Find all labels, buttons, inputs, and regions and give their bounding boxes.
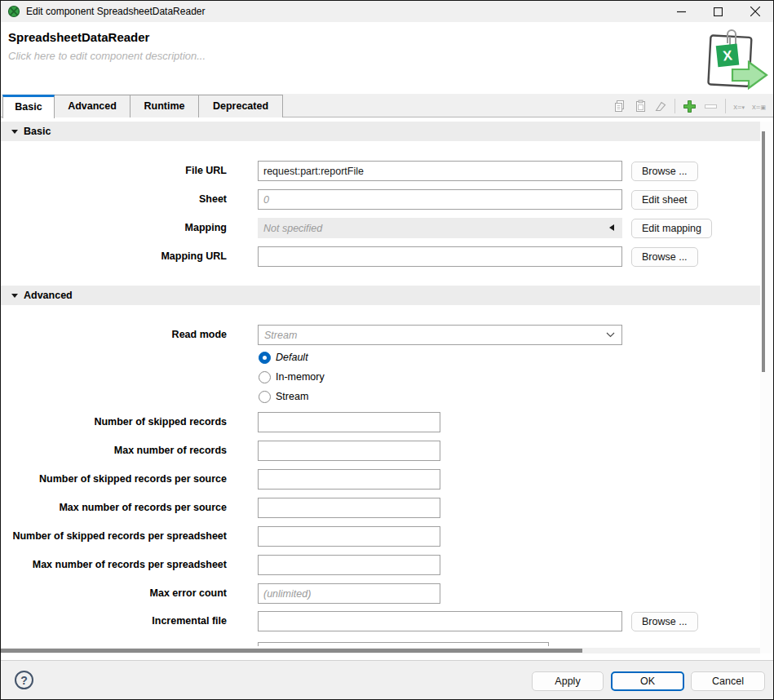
- toolbar-separator: [674, 99, 675, 113]
- eraser-icon[interactable]: [654, 100, 667, 113]
- file-url-browse-button[interactable]: Browse ...: [631, 162, 698, 181]
- skipped-per-source-input[interactable]: [258, 469, 440, 490]
- mapping-placeholder: Not specified: [258, 223, 322, 234]
- section-advanced-title: Advanced: [24, 290, 73, 301]
- window-title: Edit component SpreadsheetDataReader: [26, 1, 205, 22]
- mapping-url-browse-button[interactable]: Browse ...: [631, 247, 698, 267]
- apply-button[interactable]: Apply: [532, 671, 604, 691]
- add-icon[interactable]: [683, 100, 697, 113]
- read-mode-option-in-memory[interactable]: In-memory: [259, 370, 325, 383]
- chevron-down-icon: [606, 332, 615, 338]
- remove-icon[interactable]: [704, 100, 718, 113]
- tab-runtime[interactable]: Runtime: [130, 95, 199, 117]
- help-button[interactable]: ?: [15, 671, 33, 689]
- minimize-icon: [677, 7, 686, 16]
- skipped-per-spreadsheet-input[interactable]: [258, 526, 440, 547]
- assign-value-icon[interactable]: x=▾: [733, 102, 745, 111]
- sheet-input[interactable]: [258, 189, 622, 210]
- tab-advanced-label: Advanced: [68, 100, 117, 112]
- edit-mapping-button[interactable]: Edit mapping: [631, 219, 712, 238]
- horizontal-scrollbar-thumb[interactable]: [1, 649, 582, 653]
- radio-default-label: Default: [276, 352, 308, 363]
- section-basic-title: Basic: [24, 126, 51, 137]
- mapping-url-input[interactable]: [258, 246, 622, 267]
- section-advanced-header[interactable]: Advanced: [1, 286, 760, 305]
- skipped-per-spreadsheet-label: Number of skipped records per spreadshee…: [1, 526, 227, 547]
- close-button[interactable]: [736, 1, 773, 22]
- cancel-button[interactable]: Cancel: [691, 671, 765, 691]
- radio-default[interactable]: [259, 352, 271, 364]
- max-records-label: Max number of records: [1, 441, 227, 461]
- read-mode-value: Stream: [259, 330, 606, 341]
- section-basic-header[interactable]: Basic: [1, 122, 760, 141]
- max-error-count-input[interactable]: [258, 583, 440, 604]
- clipped-next-field: [258, 642, 549, 646]
- file-url-input[interactable]: [258, 161, 622, 181]
- radio-in-memory[interactable]: [259, 371, 271, 383]
- mapping-label: Mapping: [1, 218, 227, 238]
- tab-deprecated-label: Deprecated: [213, 100, 268, 112]
- skipped-records-input[interactable]: [258, 412, 440, 432]
- tab-bar: Basic Advanced Runtime Deprecated: [1, 94, 773, 117]
- help-icon: ?: [20, 674, 28, 687]
- collapse-arrow-icon: [11, 130, 18, 134]
- maximize-button[interactable]: [700, 1, 736, 22]
- tab-advanced[interactable]: Advanced: [54, 95, 130, 117]
- file-url-label: File URL: [1, 161, 227, 181]
- tab-basic-label: Basic: [15, 101, 42, 113]
- max-error-count-label: Max error count: [1, 583, 227, 604]
- max-per-spreadsheet-label: Max number of records per spreadsheet: [1, 555, 227, 575]
- vertical-scrollbar-thumb[interactable]: [762, 131, 765, 372]
- skipped-records-label: Number of skipped records: [1, 412, 227, 432]
- max-per-spreadsheet-input[interactable]: [258, 555, 440, 575]
- max-records-input[interactable]: [258, 441, 440, 461]
- read-mode-option-default[interactable]: Default: [259, 351, 308, 364]
- close-icon: [750, 7, 760, 16]
- dialog-window: Edit component SpreadsheetDataReader Spr…: [0, 0, 774, 700]
- maximize-icon: [714, 7, 723, 16]
- copy-icon[interactable]: [613, 100, 626, 113]
- minimize-button[interactable]: [663, 1, 700, 22]
- title-bar: Edit component SpreadsheetDataReader: [1, 1, 773, 22]
- radio-stream[interactable]: [259, 391, 271, 403]
- mapping-field[interactable]: Not specified: [258, 218, 622, 238]
- radio-stream-label: Stream: [276, 391, 308, 402]
- paste-icon[interactable]: [634, 100, 647, 113]
- collapse-arrow-icon: [11, 294, 18, 298]
- tab-basic[interactable]: Basic: [2, 95, 55, 118]
- sheet-label: Sheet: [1, 189, 227, 210]
- vertical-scrollbar[interactable]: [760, 122, 773, 653]
- component-description-placeholder[interactable]: Click here to edit component description…: [8, 50, 206, 62]
- horizontal-scrollbar[interactable]: [1, 648, 760, 653]
- tab-deprecated[interactable]: Deprecated: [198, 95, 283, 117]
- component-icon: [7, 5, 20, 18]
- radio-in-memory-label: In-memory: [276, 371, 325, 383]
- skipped-per-source-label: Number of skipped records per source: [1, 469, 227, 490]
- read-mode-option-stream[interactable]: Stream: [259, 390, 308, 403]
- edit-sheet-button[interactable]: Edit sheet: [631, 190, 698, 210]
- max-per-source-input[interactable]: [258, 498, 440, 518]
- page-title: SpreadsheetDataReader: [8, 30, 149, 44]
- spreadsheet-reader-icon: X: [690, 29, 770, 91]
- max-per-source-label: Max number of records per source: [1, 498, 227, 518]
- read-mode-select[interactable]: Stream: [258, 325, 622, 345]
- assign-value-dialog-icon[interactable]: x=▣: [752, 102, 766, 111]
- incremental-file-input[interactable]: [258, 611, 622, 631]
- incremental-file-label: Incremental file: [1, 611, 227, 631]
- toolbar-separator: [725, 99, 726, 113]
- read-mode-label: Read mode: [1, 325, 227, 345]
- ok-button[interactable]: OK: [611, 671, 684, 691]
- mapping-url-label: Mapping URL: [1, 246, 227, 267]
- collapse-left-icon[interactable]: [609, 224, 614, 231]
- incremental-file-browse-button[interactable]: Browse ...: [631, 612, 698, 631]
- properties-toolbar: x=▾ x=▣: [613, 97, 766, 115]
- tab-runtime-label: Runtime: [144, 100, 185, 112]
